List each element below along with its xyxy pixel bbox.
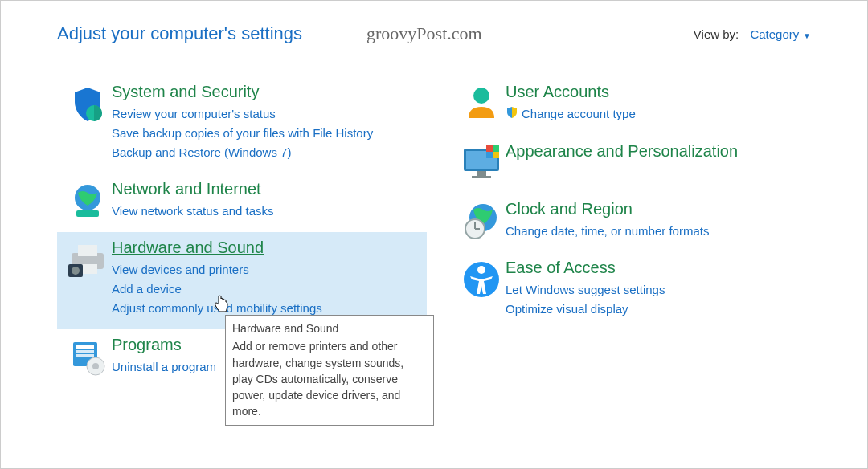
category-title[interactable]: Network and Internet — [112, 180, 261, 198]
category-body: Appearance and Personalization — [506, 142, 813, 182]
category-link[interactable]: Save backup copies of your files with Fi… — [112, 124, 419, 143]
svg-point-13 — [92, 363, 99, 369]
shield-icon — [63, 83, 112, 162]
category-link[interactable]: Change account type — [506, 104, 813, 124]
viewby: View by: Category ▼ — [694, 27, 811, 41]
category-title[interactable]: Programs — [112, 336, 182, 354]
tooltip-body: Add or remove printers and other hardwar… — [232, 340, 403, 418]
uac-shield-icon — [506, 105, 518, 124]
category-item: Ease of AccessLet Windows suggest settin… — [451, 252, 821, 330]
svg-rect-21 — [486, 152, 493, 158]
clock-icon — [457, 200, 506, 241]
page-title: Adjust your computer's settings — [57, 23, 302, 44]
svg-rect-10 — [76, 350, 94, 353]
watermark: groovyPost.com — [366, 23, 482, 44]
category-item: Clock and RegionChange date, time, or nu… — [451, 194, 821, 252]
svg-point-28 — [477, 266, 485, 274]
svg-rect-18 — [472, 176, 491, 178]
category-link[interactable]: View devices and printers — [112, 260, 419, 279]
svg-rect-17 — [477, 171, 486, 176]
category-body: System and SecurityReview your computer'… — [112, 83, 419, 162]
categories-grid: System and SecurityReview your computer'… — [1, 52, 867, 388]
globe-icon — [63, 180, 112, 221]
display-icon — [457, 142, 506, 182]
cursor-pointer-icon — [214, 295, 230, 314]
printer-icon — [63, 239, 112, 318]
svg-rect-22 — [493, 152, 499, 158]
category-title[interactable]: User Accounts — [506, 83, 609, 101]
category-item: Network and InternetView network status … — [57, 173, 427, 232]
programs-icon — [63, 336, 112, 377]
category-title[interactable]: System and Security — [112, 83, 259, 101]
category-link[interactable]: Let Windows suggest settings — [506, 280, 813, 300]
svg-rect-19 — [486, 145, 493, 152]
svg-rect-1 — [76, 210, 99, 217]
category-link[interactable]: Backup and Restore (Windows 7) — [112, 143, 419, 162]
category-item: System and SecurityReview your computer'… — [57, 76, 427, 173]
header: Adjust your computer's settings groovyPo… — [1, 1, 867, 52]
category-body: Hardware and SoundView devices and print… — [112, 239, 419, 318]
svg-rect-9 — [76, 345, 94, 349]
tooltip: Hardware and Sound Add or remove printer… — [225, 315, 434, 426]
category-title[interactable]: Clock and Region — [506, 200, 633, 218]
right-column: User AccountsChange account typeAppearan… — [451, 76, 821, 388]
category-title[interactable]: Hardware and Sound — [112, 239, 264, 257]
category-link[interactable]: Optimize visual display — [506, 300, 813, 319]
category-item: User AccountsChange account type — [451, 76, 821, 136]
accessibility-icon — [457, 259, 506, 319]
category-body: User AccountsChange account type — [506, 83, 813, 124]
tooltip-title: Hardware and Sound — [232, 320, 427, 336]
svg-rect-4 — [78, 245, 97, 256]
user-icon — [457, 83, 506, 124]
category-title[interactable]: Ease of Access — [506, 259, 616, 277]
category-link[interactable]: Add a device — [112, 279, 419, 299]
category-body: Clock and RegionChange date, time, or nu… — [506, 200, 813, 241]
svg-point-14 — [473, 88, 489, 104]
chevron-down-icon: ▼ — [800, 31, 811, 40]
category-link[interactable]: Change date, time, or number formats — [506, 222, 813, 241]
svg-point-7 — [72, 267, 80, 275]
viewby-label: View by: — [694, 27, 739, 41]
viewby-selector[interactable]: Category ▼ — [750, 27, 811, 41]
category-title[interactable]: Appearance and Personalization — [506, 142, 738, 161]
svg-rect-20 — [493, 145, 499, 152]
category-body: Network and InternetView network status … — [112, 180, 419, 221]
category-link[interactable]: View network status and tasks — [112, 202, 419, 221]
category-link[interactable]: Review your computer's status — [112, 104, 419, 124]
category-body: Ease of AccessLet Windows suggest settin… — [506, 259, 813, 319]
category-item: Appearance and Personalization — [451, 136, 821, 194]
svg-rect-11 — [76, 354, 94, 357]
